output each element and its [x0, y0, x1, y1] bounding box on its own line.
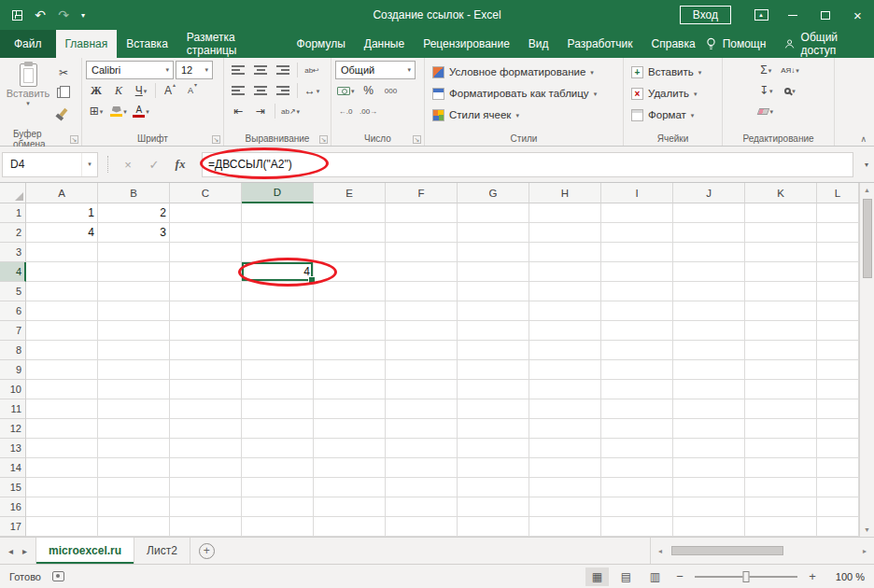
row-header-4[interactable]: 4	[0, 262, 26, 282]
font-name-combo[interactable]: Calibri▾	[86, 61, 174, 79]
page-layout-view-button[interactable]: ▤	[614, 567, 638, 586]
cell-A16[interactable]	[26, 497, 98, 517]
cell-J12[interactable]	[673, 419, 745, 439]
cell-L17[interactable]	[817, 517, 859, 537]
cell-B5[interactable]	[98, 282, 170, 301]
cell-J6[interactable]	[673, 301, 745, 321]
enter-button[interactable]: ✓	[142, 153, 166, 175]
cell-D10[interactable]	[242, 380, 314, 399]
cell-K4[interactable]	[745, 262, 817, 282]
italic-button[interactable]: К	[108, 81, 129, 100]
cell-F8[interactable]	[386, 341, 458, 360]
cell-I1[interactable]	[601, 203, 673, 223]
row-header-8[interactable]: 8	[0, 341, 26, 360]
cell-C8[interactable]	[170, 341, 242, 360]
column-header-I[interactable]: I	[601, 183, 673, 203]
cell-B7[interactable]	[98, 321, 170, 341]
cell-J14[interactable]	[673, 458, 745, 478]
cell-B13[interactable]	[98, 439, 170, 458]
cell-C4[interactable]	[170, 262, 242, 282]
zoom-in-button[interactable]: +	[805, 569, 820, 583]
cell-I10[interactable]	[601, 380, 673, 399]
cell-B9[interactable]	[98, 360, 170, 380]
cell-K9[interactable]	[745, 360, 817, 380]
cell-G9[interactable]	[458, 360, 529, 380]
orientation-button[interactable]: ab↗▾	[279, 102, 302, 120]
decrease-decimal-button[interactable]: .00→	[358, 102, 379, 120]
cell-B4[interactable]	[98, 262, 170, 282]
column-header-B[interactable]: B	[98, 183, 170, 203]
cell-L8[interactable]	[817, 341, 859, 360]
column-header-J[interactable]: J	[673, 183, 745, 203]
row-header-10[interactable]: 10	[0, 380, 26, 399]
column-header-K[interactable]: K	[745, 183, 817, 203]
cell-K15[interactable]	[745, 478, 817, 497]
tab-insert[interactable]: Вставка	[117, 30, 177, 58]
decrease-font-button[interactable]: А▾	[182, 81, 203, 100]
cell-E3[interactable]	[314, 243, 386, 262]
macro-record-icon[interactable]	[52, 571, 64, 581]
cell-F11[interactable]	[386, 399, 458, 419]
cell-H10[interactable]	[529, 380, 601, 399]
cut-button[interactable]: ✂	[53, 63, 74, 82]
column-header-F[interactable]: F	[386, 183, 458, 203]
cell-J7[interactable]	[673, 321, 745, 341]
row-header-12[interactable]: 12	[0, 419, 26, 439]
number-format-combo[interactable]: Общий▾	[335, 61, 416, 79]
cell-B2[interactable]: 3	[98, 223, 170, 243]
cell-F16[interactable]	[386, 497, 458, 517]
insert-function-button[interactable]: fx	[168, 153, 192, 175]
cell-G11[interactable]	[458, 399, 529, 419]
cell-F13[interactable]	[386, 439, 458, 458]
align-bottom-button[interactable]	[273, 61, 293, 79]
cell-F14[interactable]	[386, 458, 458, 478]
cell-L16[interactable]	[817, 497, 859, 517]
row-header-3[interactable]: 3	[0, 243, 26, 262]
row-header-6[interactable]: 6	[0, 301, 26, 321]
cell-D8[interactable]	[242, 341, 314, 360]
cell-G6[interactable]	[458, 301, 529, 321]
cell-A5[interactable]	[26, 282, 98, 301]
row-header-5[interactable]: 5	[0, 282, 26, 301]
cell-G15[interactable]	[458, 478, 529, 497]
cell-H5[interactable]	[529, 282, 601, 301]
cell-E15[interactable]	[314, 478, 386, 497]
cell-I6[interactable]	[601, 301, 673, 321]
cell-H1[interactable]	[529, 203, 601, 223]
borders-button[interactable]: ⊞▾	[86, 102, 106, 120]
cell-E16[interactable]	[314, 497, 386, 517]
zoom-level[interactable]: 100 %	[825, 571, 865, 582]
formula-input[interactable]: =ДВССЫЛ("A2")	[202, 152, 853, 177]
row-header-9[interactable]: 9	[0, 360, 26, 380]
cell-E13[interactable]	[314, 439, 386, 458]
cell-D16[interactable]	[242, 497, 314, 517]
insert-cells-button[interactable]: +Вставить▾	[627, 62, 705, 82]
cell-K2[interactable]	[745, 223, 817, 243]
tab-home[interactable]: Главная	[56, 30, 118, 58]
cell-I9[interactable]	[601, 360, 673, 380]
row-header-1[interactable]: 1	[0, 203, 26, 223]
cell-G12[interactable]	[458, 419, 529, 439]
cell-C12[interactable]	[170, 419, 242, 439]
cell-C13[interactable]	[170, 439, 242, 458]
cell-J17[interactable]	[673, 517, 745, 537]
page-break-view-button[interactable]: ▥	[643, 567, 667, 586]
cell-E8[interactable]	[314, 341, 386, 360]
zoom-out-button[interactable]: −	[672, 569, 687, 583]
cell-C1[interactable]	[170, 203, 242, 223]
cell-H4[interactable]	[529, 262, 601, 282]
cell-G17[interactable]	[458, 517, 529, 537]
sort-filter-button[interactable]: АЯ↓▾	[779, 61, 801, 79]
cell-J15[interactable]	[673, 478, 745, 497]
align-center-button[interactable]	[250, 81, 271, 100]
cell-F17[interactable]	[386, 517, 458, 537]
column-header-L[interactable]: L	[817, 183, 859, 203]
cell-I11[interactable]	[601, 399, 673, 419]
cell-E12[interactable]	[314, 419, 386, 439]
add-sheet-button[interactable]: +	[199, 543, 215, 559]
sign-in-button[interactable]: Вход	[680, 6, 731, 24]
cell-D17[interactable]	[242, 517, 314, 537]
cell-J1[interactable]	[673, 203, 745, 223]
cell-A7[interactable]	[26, 321, 98, 341]
cell-K14[interactable]	[745, 458, 817, 478]
